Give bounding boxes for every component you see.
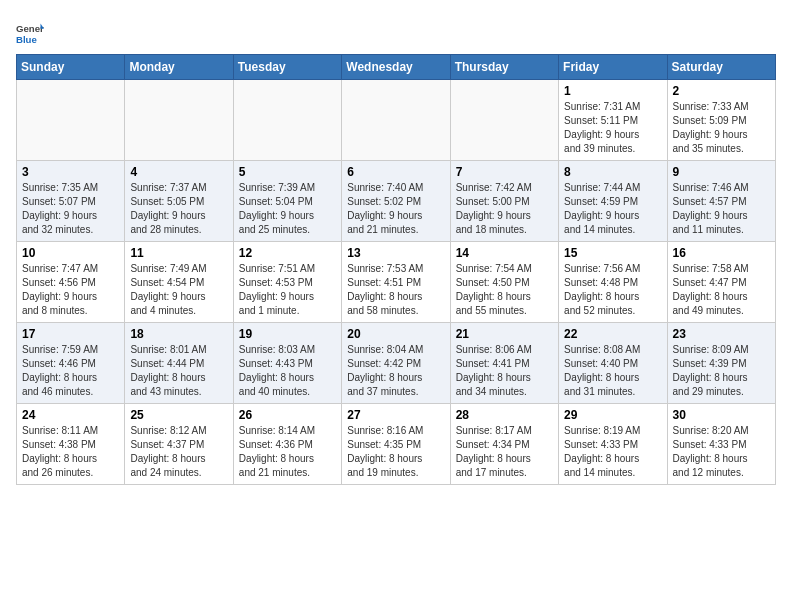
calendar-week-row: 1Sunrise: 7:31 AM Sunset: 5:11 PM Daylig… <box>17 80 776 161</box>
day-info: Sunrise: 7:31 AM Sunset: 5:11 PM Dayligh… <box>564 100 661 156</box>
column-header-wednesday: Wednesday <box>342 55 450 80</box>
day-info: Sunrise: 7:39 AM Sunset: 5:04 PM Dayligh… <box>239 181 336 237</box>
day-info: Sunrise: 7:40 AM Sunset: 5:02 PM Dayligh… <box>347 181 444 237</box>
day-info: Sunrise: 7:49 AM Sunset: 4:54 PM Dayligh… <box>130 262 227 318</box>
calendar-cell: 23Sunrise: 8:09 AM Sunset: 4:39 PM Dayli… <box>667 323 775 404</box>
calendar-cell: 1Sunrise: 7:31 AM Sunset: 5:11 PM Daylig… <box>559 80 667 161</box>
day-info: Sunrise: 7:54 AM Sunset: 4:50 PM Dayligh… <box>456 262 553 318</box>
day-info: Sunrise: 8:01 AM Sunset: 4:44 PM Dayligh… <box>130 343 227 399</box>
day-info: Sunrise: 8:09 AM Sunset: 4:39 PM Dayligh… <box>673 343 770 399</box>
day-number: 30 <box>673 408 770 422</box>
calendar-cell: 28Sunrise: 8:17 AM Sunset: 4:34 PM Dayli… <box>450 404 558 485</box>
day-info: Sunrise: 8:08 AM Sunset: 4:40 PM Dayligh… <box>564 343 661 399</box>
day-info: Sunrise: 7:56 AM Sunset: 4:48 PM Dayligh… <box>564 262 661 318</box>
calendar-cell: 14Sunrise: 7:54 AM Sunset: 4:50 PM Dayli… <box>450 242 558 323</box>
day-info: Sunrise: 7:46 AM Sunset: 4:57 PM Dayligh… <box>673 181 770 237</box>
logo-icon: General Blue <box>16 20 44 48</box>
calendar-cell: 2Sunrise: 7:33 AM Sunset: 5:09 PM Daylig… <box>667 80 775 161</box>
calendar-cell: 5Sunrise: 7:39 AM Sunset: 5:04 PM Daylig… <box>233 161 341 242</box>
day-number: 1 <box>564 84 661 98</box>
column-header-sunday: Sunday <box>17 55 125 80</box>
day-number: 11 <box>130 246 227 260</box>
calendar-cell: 3Sunrise: 7:35 AM Sunset: 5:07 PM Daylig… <box>17 161 125 242</box>
calendar-cell <box>125 80 233 161</box>
day-info: Sunrise: 7:35 AM Sunset: 5:07 PM Dayligh… <box>22 181 119 237</box>
day-number: 13 <box>347 246 444 260</box>
calendar-cell: 10Sunrise: 7:47 AM Sunset: 4:56 PM Dayli… <box>17 242 125 323</box>
calendar-cell <box>17 80 125 161</box>
calendar-cell: 12Sunrise: 7:51 AM Sunset: 4:53 PM Dayli… <box>233 242 341 323</box>
day-info: Sunrise: 8:20 AM Sunset: 4:33 PM Dayligh… <box>673 424 770 480</box>
day-number: 21 <box>456 327 553 341</box>
column-header-tuesday: Tuesday <box>233 55 341 80</box>
day-info: Sunrise: 7:44 AM Sunset: 4:59 PM Dayligh… <box>564 181 661 237</box>
calendar-cell: 30Sunrise: 8:20 AM Sunset: 4:33 PM Dayli… <box>667 404 775 485</box>
day-number: 10 <box>22 246 119 260</box>
calendar-week-row: 3Sunrise: 7:35 AM Sunset: 5:07 PM Daylig… <box>17 161 776 242</box>
day-info: Sunrise: 7:33 AM Sunset: 5:09 PM Dayligh… <box>673 100 770 156</box>
calendar-cell: 7Sunrise: 7:42 AM Sunset: 5:00 PM Daylig… <box>450 161 558 242</box>
logo: General Blue <box>16 20 48 48</box>
day-number: 28 <box>456 408 553 422</box>
calendar-cell: 25Sunrise: 8:12 AM Sunset: 4:37 PM Dayli… <box>125 404 233 485</box>
calendar-cell: 21Sunrise: 8:06 AM Sunset: 4:41 PM Dayli… <box>450 323 558 404</box>
calendar-cell: 6Sunrise: 7:40 AM Sunset: 5:02 PM Daylig… <box>342 161 450 242</box>
page-header: General Blue <box>16 16 776 48</box>
calendar-cell: 18Sunrise: 8:01 AM Sunset: 4:44 PM Dayli… <box>125 323 233 404</box>
column-header-thursday: Thursday <box>450 55 558 80</box>
day-info: Sunrise: 7:59 AM Sunset: 4:46 PM Dayligh… <box>22 343 119 399</box>
day-number: 23 <box>673 327 770 341</box>
day-number: 27 <box>347 408 444 422</box>
calendar-cell: 20Sunrise: 8:04 AM Sunset: 4:42 PM Dayli… <box>342 323 450 404</box>
calendar-header-row: SundayMondayTuesdayWednesdayThursdayFrid… <box>17 55 776 80</box>
day-number: 2 <box>673 84 770 98</box>
day-info: Sunrise: 8:16 AM Sunset: 4:35 PM Dayligh… <box>347 424 444 480</box>
day-info: Sunrise: 7:58 AM Sunset: 4:47 PM Dayligh… <box>673 262 770 318</box>
day-number: 14 <box>456 246 553 260</box>
calendar-week-row: 17Sunrise: 7:59 AM Sunset: 4:46 PM Dayli… <box>17 323 776 404</box>
day-number: 19 <box>239 327 336 341</box>
day-number: 6 <box>347 165 444 179</box>
calendar-cell <box>342 80 450 161</box>
calendar-cell: 17Sunrise: 7:59 AM Sunset: 4:46 PM Dayli… <box>17 323 125 404</box>
day-number: 26 <box>239 408 336 422</box>
day-number: 29 <box>564 408 661 422</box>
day-number: 8 <box>564 165 661 179</box>
day-info: Sunrise: 7:47 AM Sunset: 4:56 PM Dayligh… <box>22 262 119 318</box>
day-info: Sunrise: 8:14 AM Sunset: 4:36 PM Dayligh… <box>239 424 336 480</box>
day-info: Sunrise: 7:42 AM Sunset: 5:00 PM Dayligh… <box>456 181 553 237</box>
calendar-cell: 29Sunrise: 8:19 AM Sunset: 4:33 PM Dayli… <box>559 404 667 485</box>
day-number: 12 <box>239 246 336 260</box>
day-number: 17 <box>22 327 119 341</box>
day-number: 18 <box>130 327 227 341</box>
calendar-cell: 15Sunrise: 7:56 AM Sunset: 4:48 PM Dayli… <box>559 242 667 323</box>
calendar-week-row: 24Sunrise: 8:11 AM Sunset: 4:38 PM Dayli… <box>17 404 776 485</box>
calendar-cell: 9Sunrise: 7:46 AM Sunset: 4:57 PM Daylig… <box>667 161 775 242</box>
day-number: 25 <box>130 408 227 422</box>
calendar-cell: 4Sunrise: 7:37 AM Sunset: 5:05 PM Daylig… <box>125 161 233 242</box>
calendar-cell: 13Sunrise: 7:53 AM Sunset: 4:51 PM Dayli… <box>342 242 450 323</box>
day-number: 24 <box>22 408 119 422</box>
calendar-cell: 16Sunrise: 7:58 AM Sunset: 4:47 PM Dayli… <box>667 242 775 323</box>
day-info: Sunrise: 8:19 AM Sunset: 4:33 PM Dayligh… <box>564 424 661 480</box>
svg-text:Blue: Blue <box>16 34 37 45</box>
day-info: Sunrise: 8:12 AM Sunset: 4:37 PM Dayligh… <box>130 424 227 480</box>
day-number: 5 <box>239 165 336 179</box>
calendar-cell <box>450 80 558 161</box>
day-number: 20 <box>347 327 444 341</box>
day-number: 9 <box>673 165 770 179</box>
calendar-cell: 24Sunrise: 8:11 AM Sunset: 4:38 PM Dayli… <box>17 404 125 485</box>
day-info: Sunrise: 7:51 AM Sunset: 4:53 PM Dayligh… <box>239 262 336 318</box>
day-info: Sunrise: 8:03 AM Sunset: 4:43 PM Dayligh… <box>239 343 336 399</box>
calendar-cell: 27Sunrise: 8:16 AM Sunset: 4:35 PM Dayli… <box>342 404 450 485</box>
svg-text:General: General <box>16 23 44 34</box>
day-info: Sunrise: 7:37 AM Sunset: 5:05 PM Dayligh… <box>130 181 227 237</box>
column-header-monday: Monday <box>125 55 233 80</box>
day-number: 15 <box>564 246 661 260</box>
calendar-cell: 11Sunrise: 7:49 AM Sunset: 4:54 PM Dayli… <box>125 242 233 323</box>
day-info: Sunrise: 8:04 AM Sunset: 4:42 PM Dayligh… <box>347 343 444 399</box>
calendar-week-row: 10Sunrise: 7:47 AM Sunset: 4:56 PM Dayli… <box>17 242 776 323</box>
day-number: 16 <box>673 246 770 260</box>
day-info: Sunrise: 7:53 AM Sunset: 4:51 PM Dayligh… <box>347 262 444 318</box>
calendar-table: SundayMondayTuesdayWednesdayThursdayFrid… <box>16 54 776 485</box>
